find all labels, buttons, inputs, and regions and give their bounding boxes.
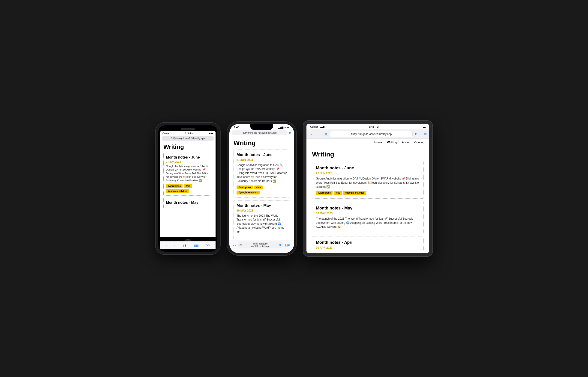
article-title-june-ipad: Month notes - June [316, 166, 420, 171]
article-title-june-14: Month notes - June [237, 153, 287, 157]
web-content: Writing Month notes - June 27 JUN 2023 G… [160, 141, 215, 213]
share-button-ipad[interactable]: ⬆ [414, 132, 417, 136]
tag-fse-14[interactable]: #fse [254, 186, 263, 189]
tag-fse[interactable]: #fse [184, 184, 192, 188]
article-excerpt-may-14: The launch of the 2023 The World Transfo… [237, 214, 287, 234]
url-text: fluffy-frangollo-4a6b3d.netlify.app [171, 137, 205, 140]
article-date-june-ipad: 27 JUN 2023 [316, 172, 420, 175]
signal-icon-14: ▂▄▆ [278, 126, 283, 129]
page-title: Writing [163, 143, 212, 151]
devices-container: Carrier 6:48 PM ■■■ fluffy-frangollo-4a6… [132, 121, 456, 256]
article-card-june[interactable]: Month notes - June 27 JUN 2023 Google An… [163, 153, 212, 196]
article-excerpt-june: Google Analytics migration to GA4 🔍 Desi… [166, 165, 210, 182]
carrier-label-ipad: Carrier [310, 125, 318, 128]
bookmarks-button-14[interactable]: ⊟ [285, 243, 288, 247]
iphone-se-device: Carrier 6:48 PM ■■■ fluffy-frangollo-4a6… [156, 123, 220, 254]
nav-bar-ipad: Home Writing About Contact [306, 139, 429, 146]
iphone-se-screen: Carrier 6:48 PM ■■■ fluffy-frangollo-4a6… [160, 131, 215, 237]
time-label-ipad: 6:48 PM [369, 125, 379, 128]
url-text-14: fluffy-frangollo-4a6b3d.netlify.app [243, 131, 277, 134]
forward-button-ipad[interactable] [316, 131, 321, 137]
nav-about[interactable]: About [402, 141, 410, 144]
speaker [181, 128, 195, 130]
nav-home[interactable]: Home [374, 141, 382, 144]
status-icons-14: ▂▄▆ ≋ ▬ [278, 126, 289, 129]
url-bar-14[interactable]: fluffy-frangollo-4a6b3d.netlify.app [232, 130, 288, 135]
browser-toolbar-icons-ipad: ⬆ + ⧉ [414, 132, 426, 137]
article-title-june: Month notes - June [166, 155, 210, 159]
article-title-may-se: Month notes - May [166, 200, 210, 205]
article-card-april-ipad[interactable]: Month notes - April 30 APR 2023 Receivin… [312, 236, 424, 250]
forward-button-14[interactable]: › [235, 243, 236, 247]
browser-chrome-14: fluffy-frangollo-4a6b3d.netlify.app ↺ [229, 130, 294, 136]
battery-icon: ■■■ [209, 132, 213, 135]
article-card-may-ipad[interactable]: Month notes - May 30 MAY 2023 The launch… [312, 202, 424, 233]
refresh-button-14[interactable]: ↺ [289, 131, 292, 135]
wifi-icon-14: ≋ [284, 126, 286, 129]
article-date-april-ipad: 30 APR 2023 [316, 246, 420, 249]
tabs-button-14[interactable]: ⧉ [288, 243, 290, 247]
ipad-screen: Carrier ▂▄▆ 6:48 PM ▬ ⊟ fluffy-frangollo… [306, 124, 429, 253]
page-title-14: Writing [234, 139, 290, 147]
article-card-may-se[interactable]: Month notes - May [163, 198, 212, 208]
tag-fse-ipad[interactable]: #fse [334, 191, 342, 195]
tag-google-analytics-14[interactable]: #google analytics [237, 190, 260, 194]
url-bar-ipad[interactable]: fluffy-frangollo-4a6b3d.netlify.app [330, 131, 413, 137]
tags-row-june-ipad: #wordpress #fse #google analytics [316, 191, 420, 195]
iphone-14-screen: 6:48 ▂▄▆ ≋ ▬ fluffy-frangollo-4a6b3d.net… [229, 124, 294, 253]
article-title-may-ipad: Month notes - May [316, 206, 420, 211]
tag-google-analytics-ipad[interactable]: #google analytics [343, 191, 366, 195]
article-date-june: 27 JUN 2023 [166, 160, 210, 163]
iphone-14-device: 6:48 ▂▄▆ ≋ ▬ fluffy-frangollo-4a6b3d.net… [227, 122, 296, 255]
web-content-14: Writing Month notes - June 27 JUN 2023 G… [229, 136, 294, 245]
address-mini-bar-14[interactable]: Aa fluffy-frangollo-4a6b3d.netlify.app ↺ [238, 242, 283, 248]
article-card-may-14[interactable]: Month notes - May 30 MAY 2023 The launch… [234, 200, 290, 239]
ipad-device: Carrier ▂▄▆ 6:48 PM ▬ ⊟ fluffy-frangollo… [303, 121, 432, 256]
article-date-may-14: 30 MAY 2023 [237, 209, 287, 212]
bottom-browser-bar-14: ‹ › Aa fluffy-frangollo-4a6b3d.netlify.a… [229, 240, 294, 253]
web-content-ipad: Writing Month notes - June 27 JUN 2023 G… [306, 146, 429, 250]
nav-contact[interactable]: Contact [414, 141, 425, 144]
url-mini-text-14: fluffy-frangollo-4a6b3d.netlify.app [244, 242, 278, 247]
article-date-june-14: 27 JUN 2023 [237, 158, 287, 162]
address-bar[interactable]: fluffy-frangollo-4a6b3d.netlify.app [162, 136, 214, 141]
notch [250, 124, 273, 130]
article-card-june-14[interactable]: Month notes - June 27 JUN 2023 Google An… [234, 150, 290, 198]
url-text-ipad: fluffy-frangollo-4a6b3d.netlify.app [351, 132, 392, 136]
status-bar-ipad: Carrier ▂▄▆ 6:48 PM ▬ [306, 124, 429, 130]
tabs-sidebar-ipad[interactable]: ⊟ [323, 131, 328, 137]
article-card-june-ipad[interactable]: Month notes - June 27 JUN 2023 Google An… [312, 162, 424, 199]
page-title-ipad: Writing [312, 151, 424, 158]
signal-icon-ipad: ▂▄▆ [320, 126, 325, 128]
tags-row-june: #wordpress #fse #google analytics [166, 184, 210, 193]
tag-google-analytics[interactable]: #google analytics [166, 189, 189, 193]
tags-row-june-14: #wordpress #fse #google analytics [237, 186, 287, 194]
plus-button-ipad[interactable]: + [420, 132, 422, 137]
refresh-mini-14[interactable]: ↺ [279, 243, 281, 247]
article-excerpt-june-14: Google Analytics migration to GA4 🔍 Desi… [237, 163, 287, 183]
article-title-april-ipad: Month notes - April [316, 240, 420, 245]
article-excerpt-june-ipad: Google Analytics migration to GA4 🔍Desig… [316, 177, 420, 189]
time-label-14: 6:48 [234, 126, 239, 129]
article-title-may-14: Month notes - May [237, 203, 287, 208]
carrier-label: Carrier [163, 132, 170, 135]
tag-wordpress[interactable]: #wordpress [166, 184, 183, 188]
copy-button-ipad[interactable]: ⧉ [424, 132, 426, 136]
article-excerpt-may-ipad: The launch of the 2023 The World Transfo… [316, 217, 420, 229]
browser-bar-ipad: ⊟ fluffy-frangollo-4a6b3d.netlify.app ⬆ … [306, 130, 429, 139]
status-bar: Carrier 6:48 PM ■■■ [160, 131, 215, 136]
tag-wordpress-14[interactable]: #wordpress [237, 186, 253, 189]
aa-icon-14: Aa [239, 244, 242, 246]
time-label: 6:48 PM [185, 132, 194, 135]
nav-writing[interactable]: Writing [387, 141, 397, 144]
back-button-ipad[interactable] [309, 131, 314, 137]
article-date-may-ipad: 30 MAY 2023 [316, 212, 420, 215]
battery-icon-14: ▬ [287, 126, 289, 129]
tag-wordpress-ipad[interactable]: #wordpress [316, 191, 333, 195]
battery-icon-ipad: ▬ [423, 125, 425, 128]
